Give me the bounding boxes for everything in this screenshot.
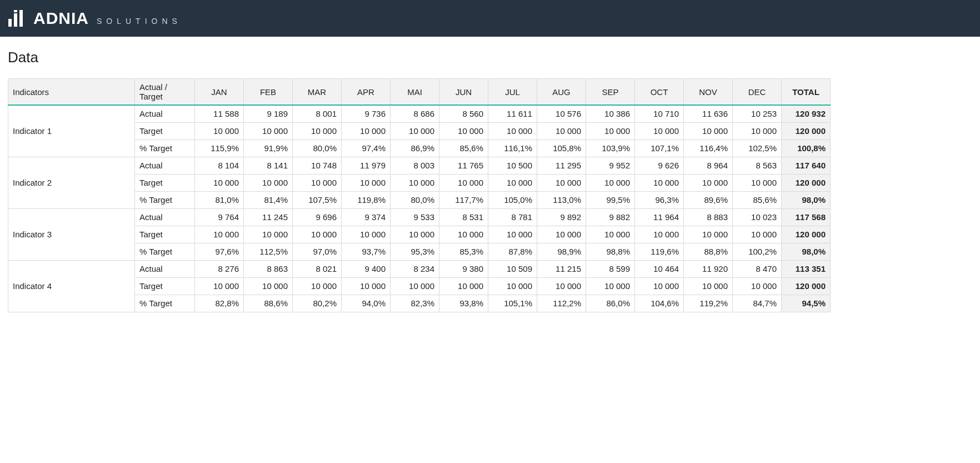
cell-total: 120 000 xyxy=(782,277,831,295)
cell-value: 112,5% xyxy=(244,243,293,260)
cell-value: 112,2% xyxy=(537,295,586,312)
row-label-actual: Actual xyxy=(135,157,195,174)
svg-rect-0 xyxy=(8,19,12,27)
indicator-name: Indicator 2 xyxy=(8,157,135,208)
header-month-sep: SEP xyxy=(586,79,635,106)
cell-value: 98,9% xyxy=(537,243,586,260)
row-label-target: Target xyxy=(135,174,195,191)
cell-value: 10 000 xyxy=(733,174,782,191)
cell-value: 10 000 xyxy=(293,174,342,191)
cell-value: 11 964 xyxy=(635,208,684,226)
cell-value: 11 215 xyxy=(537,260,586,277)
cell-total: 120 000 xyxy=(782,174,831,191)
header-month-aug: AUG xyxy=(537,79,586,106)
cell-value: 81,4% xyxy=(244,191,293,208)
cell-value: 8 863 xyxy=(244,260,293,277)
cell-value: 119,8% xyxy=(342,191,391,208)
cell-value: 10 000 xyxy=(635,226,684,243)
cell-value: 113,0% xyxy=(537,191,586,208)
row-label-target: Target xyxy=(135,226,195,243)
cell-total: 98,0% xyxy=(782,191,831,208)
cell-value: 8 560 xyxy=(439,105,488,122)
header-month-jun: JUN xyxy=(439,79,488,106)
cell-value: 10 000 xyxy=(244,277,293,295)
cell-value: 9 696 xyxy=(293,208,342,226)
row-label-actual: Actual xyxy=(135,260,195,277)
indicator-name: Indicator 4 xyxy=(8,260,135,312)
cell-value: 11 920 xyxy=(684,260,733,277)
cell-value: 88,8% xyxy=(684,243,733,260)
cell-value: 10 000 xyxy=(733,122,782,140)
data-table: Indicators Actual / Target JAN FEB MAR A… xyxy=(8,78,831,312)
cell-value: 86,9% xyxy=(391,140,439,157)
cell-value: 10 576 xyxy=(537,105,586,122)
cell-value: 8 021 xyxy=(293,260,342,277)
cell-value: 95,3% xyxy=(391,243,439,260)
cell-value: 10 253 xyxy=(733,105,782,122)
cell-value: 10 000 xyxy=(488,174,537,191)
cell-value: 117,7% xyxy=(439,191,488,208)
svg-rect-1 xyxy=(14,13,17,27)
cell-value: 10 000 xyxy=(537,226,586,243)
cell-value: 94,0% xyxy=(342,295,391,312)
cell-value: 10 000 xyxy=(635,277,684,295)
cell-value: 80,0% xyxy=(391,191,439,208)
cell-value: 8 781 xyxy=(488,208,537,226)
cell-value: 10 000 xyxy=(684,174,733,191)
cell-value: 8 104 xyxy=(195,157,244,174)
cell-value: 8 964 xyxy=(684,157,733,174)
cell-value: 9 892 xyxy=(537,208,586,226)
cell-value: 10 000 xyxy=(244,122,293,140)
cell-value: 97,0% xyxy=(293,243,342,260)
cell-total: 120 932 xyxy=(782,105,831,122)
cell-value: 10 000 xyxy=(586,277,635,295)
cell-value: 82,8% xyxy=(195,295,244,312)
cell-value: 10 000 xyxy=(195,174,244,191)
cell-value: 11 588 xyxy=(195,105,244,122)
cell-value: 10 386 xyxy=(586,105,635,122)
header-indicators: Indicators xyxy=(8,79,135,106)
header-row: Indicators Actual / Target JAN FEB MAR A… xyxy=(8,79,831,106)
cell-value: 102,5% xyxy=(733,140,782,157)
row-label-pct: % Target xyxy=(135,295,195,312)
cell-value: 10 748 xyxy=(293,157,342,174)
cell-value: 10 000 xyxy=(733,226,782,243)
cell-value: 8 276 xyxy=(195,260,244,277)
row-label-target: Target xyxy=(135,122,195,140)
cell-value: 8 234 xyxy=(391,260,439,277)
cell-value: 11 245 xyxy=(244,208,293,226)
header-month-dec: DEC xyxy=(733,79,782,106)
svg-rect-2 xyxy=(14,10,17,12)
header-month-nov: NOV xyxy=(684,79,733,106)
logo-bars-icon xyxy=(8,9,27,28)
brand-name: ADNIA xyxy=(33,9,89,28)
cell-value: 9 189 xyxy=(244,105,293,122)
brand-tagline: SOLUTIONS xyxy=(97,17,182,26)
cell-value: 104,6% xyxy=(635,295,684,312)
table-row: Indicator 1Actual11 5889 1898 0019 7368 … xyxy=(8,105,831,122)
cell-value: 10 000 xyxy=(439,226,488,243)
cell-value: 10 000 xyxy=(391,174,439,191)
cell-value: 10 000 xyxy=(244,174,293,191)
cell-value: 8 883 xyxy=(684,208,733,226)
cell-value: 9 374 xyxy=(342,208,391,226)
cell-value: 10 000 xyxy=(684,226,733,243)
row-label-actual: Actual xyxy=(135,208,195,226)
cell-value: 10 000 xyxy=(537,277,586,295)
cell-value: 10 000 xyxy=(195,277,244,295)
header-month-mar: MAR xyxy=(293,79,342,106)
cell-value: 10 000 xyxy=(488,226,537,243)
cell-value: 116,1% xyxy=(488,140,537,157)
cell-value: 8 470 xyxy=(733,260,782,277)
cell-value: 10 000 xyxy=(439,277,488,295)
cell-value: 10 000 xyxy=(537,122,586,140)
cell-value: 10 000 xyxy=(684,122,733,140)
cell-total: 120 000 xyxy=(782,122,831,140)
cell-value: 84,7% xyxy=(733,295,782,312)
cell-value: 99,5% xyxy=(586,191,635,208)
brand-logo: ADNIA SOLUTIONS xyxy=(8,9,182,28)
row-label-pct: % Target xyxy=(135,140,195,157)
cell-value: 105,1% xyxy=(488,295,537,312)
table-row: Indicator 3Actual9 76411 2459 6969 3749 … xyxy=(8,208,831,226)
cell-total: 98,0% xyxy=(782,243,831,260)
